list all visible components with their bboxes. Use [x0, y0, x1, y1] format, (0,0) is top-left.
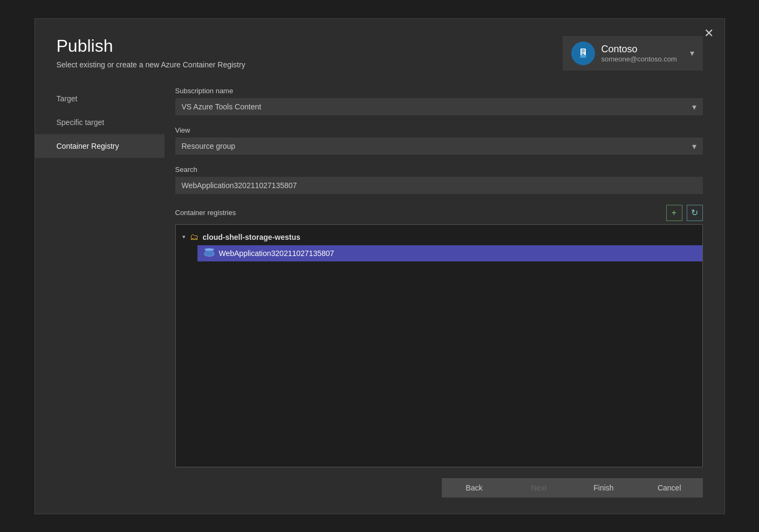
registries-actions: + ↻ [666, 205, 703, 221]
account-name: Contoso [601, 44, 683, 55]
view-select[interactable]: Resource group [175, 137, 703, 155]
account-icon [571, 42, 595, 65]
tree-group: ▾ 🗂 cloud-shell-storage-westus [176, 229, 702, 261]
sidebar-item-target[interactable]: Target [35, 87, 165, 110]
sidebar-item-specific-target[interactable]: Specific target [35, 110, 165, 134]
registries-section: Container registries + ↻ ▾ � [175, 205, 703, 467]
subscription-label: Subscription name [175, 87, 703, 95]
back-button[interactable]: Back [442, 478, 507, 498]
registries-label: Container registries [175, 209, 236, 217]
view-select-wrapper: Resource group [175, 137, 703, 155]
view-label: View [175, 126, 703, 134]
svg-rect-3 [582, 51, 585, 52]
dialog-subtitle: Select existing or create a new Azure Co… [57, 60, 245, 69]
account-email: someone@contoso.com [601, 55, 683, 63]
account-info: Contoso someone@contoso.com [601, 44, 683, 63]
subscription-group: Subscription name VS Azure Tools Content [175, 87, 703, 115]
tree-folder-icon: 🗂 [190, 232, 199, 242]
title-area: Publish Select existing or create a new … [57, 36, 245, 69]
tree-children: WebApplication320211027135807 [176, 245, 702, 261]
svg-point-8 [204, 248, 214, 251]
dialog-body: Target Specific target Container Registr… [35, 71, 724, 467]
close-button[interactable]: ✕ [704, 27, 714, 39]
sidebar-item-container-registry[interactable]: Container Registry [35, 134, 165, 158]
refresh-icon: ↻ [691, 208, 698, 218]
svg-rect-5 [582, 54, 584, 54]
subscription-select[interactable]: VS Azure Tools Content [175, 98, 703, 115]
finish-button[interactable]: Finish [571, 478, 636, 498]
account-chevron-icon: ▾ [690, 48, 694, 58]
dialog-header: Publish Select existing or create a new … [35, 19, 724, 71]
dialog-footer: Back Next Finish Cancel [35, 467, 724, 514]
publish-dialog: ✕ Publish Select existing or create a ne… [35, 18, 725, 514]
tree-item[interactable]: WebApplication320211027135807 [197, 245, 702, 261]
dialog-title: Publish [57, 36, 245, 56]
registries-header: Container registries + ↻ [175, 205, 703, 221]
subscription-select-wrapper: VS Azure Tools Content [175, 98, 703, 115]
svg-rect-4 [582, 52, 584, 53]
sidebar: Target Specific target Container Registr… [35, 87, 165, 467]
cancel-button[interactable]: Cancel [636, 478, 703, 498]
add-registry-button[interactable]: + [666, 205, 682, 221]
container-registry-icon [204, 248, 215, 259]
tree-group-header[interactable]: ▾ 🗂 cloud-shell-storage-westus [176, 229, 702, 245]
search-label: Search [175, 165, 703, 174]
main-content: Subscription name VS Azure Tools Content… [165, 87, 724, 467]
view-group: View Resource group [175, 126, 703, 155]
tree-group-name: cloud-shell-storage-westus [203, 233, 300, 241]
tree-item-label: WebApplication320211027135807 [219, 249, 334, 258]
search-input[interactable] [175, 177, 703, 194]
account-area[interactable]: Contoso someone@contoso.com ▾ [563, 36, 703, 71]
refresh-button[interactable]: ↻ [687, 205, 703, 221]
tree-chevron-icon: ▾ [182, 233, 186, 240]
registries-tree[interactable]: ▾ 🗂 cloud-shell-storage-westus [175, 224, 703, 467]
search-group: Search [175, 165, 703, 194]
svg-rect-2 [582, 50, 585, 51]
add-icon: + [672, 208, 676, 218]
next-button[interactable]: Next [507, 478, 571, 498]
